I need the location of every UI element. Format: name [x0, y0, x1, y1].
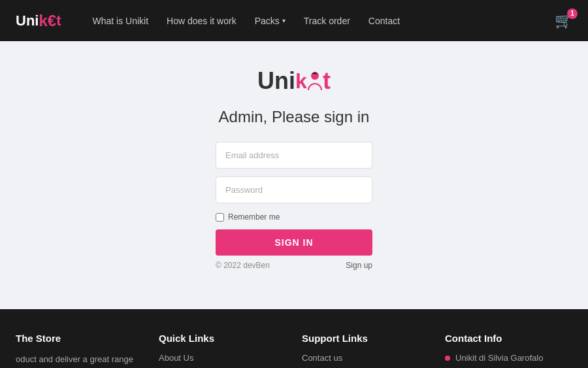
- footer-support-links: Support Links Contact us: [302, 333, 429, 368]
- nav-contact[interactable]: Contact: [368, 16, 400, 26]
- logo-text-uni: Uni: [16, 12, 39, 29]
- center-logo-t: t: [323, 67, 331, 95]
- logo-text-kit: t: [56, 12, 61, 29]
- footer-contact-info: Contact Info Unikit di Silvia Garofalo: [445, 333, 572, 368]
- signup-link[interactable]: Sign up: [346, 261, 372, 270]
- remember-me-checkbox[interactable]: [216, 213, 224, 222]
- footer-store-text: oduct and deliver a great range: [16, 353, 143, 367]
- nav-what-is-unikit[interactable]: What is Unikit: [92, 16, 148, 26]
- logo-icon: k€: [39, 12, 56, 30]
- contact-dot-icon: [445, 356, 450, 361]
- remember-me-label[interactable]: Remember me: [216, 212, 372, 222]
- footer-about-us-link[interactable]: About Us: [159, 353, 286, 363]
- form-footer: © 2022 devBen Sign up: [216, 261, 372, 270]
- center-logo: Unik t: [257, 67, 331, 95]
- cart-badge: 1: [567, 8, 578, 19]
- svg-point-1: [314, 73, 316, 75]
- footer-quick-links-heading: Quick Links: [159, 333, 286, 344]
- signin-form: Remember me SIGN IN: [216, 142, 372, 256]
- main-content: Unik t Admin, Please sign in Remember me…: [0, 41, 588, 309]
- center-logo-icon: k: [295, 71, 307, 92]
- remember-me-text: Remember me: [228, 212, 280, 222]
- password-input[interactable]: [216, 176, 372, 203]
- nav-packs[interactable]: Packs ▾: [255, 16, 286, 26]
- signin-title: Admin, Please sign in: [219, 108, 370, 126]
- nav-cart[interactable]: 🛒 1: [555, 12, 572, 29]
- navbar: Unik€t What is Unikit How does it work P…: [0, 0, 588, 41]
- footer-contact-us-link[interactable]: Contact us: [302, 353, 429, 363]
- footer-quick-links: Quick Links About Us: [159, 333, 286, 368]
- nav-track-order[interactable]: Track order: [304, 16, 350, 26]
- footer-contact-info-heading: Contact Info: [445, 333, 572, 344]
- footer-support-links-heading: Support Links: [302, 333, 429, 344]
- chevron-down-icon: ▾: [282, 17, 286, 24]
- center-logo-person-icon: [308, 71, 322, 92]
- footer-store: The Store oduct and deliver a great rang…: [16, 333, 143, 368]
- signin-button[interactable]: SIGN IN: [216, 229, 372, 256]
- footer: The Store oduct and deliver a great rang…: [0, 309, 588, 368]
- nav-packs-label: Packs: [255, 16, 280, 26]
- center-logo-uni: Uni: [257, 67, 295, 95]
- copyright-text: © 2022 devBen: [216, 261, 270, 270]
- footer-store-heading: The Store: [16, 333, 143, 344]
- email-input[interactable]: [216, 142, 372, 169]
- navbar-logo[interactable]: Unik€t: [16, 12, 61, 30]
- nav-links: What is Unikit How does it work Packs ▾ …: [92, 16, 534, 26]
- contact-item-label: Unikit di Silvia Garofalo: [455, 353, 543, 363]
- contact-item-unikit: Unikit di Silvia Garofalo: [445, 353, 572, 363]
- nav-how-it-works[interactable]: How does it work: [167, 16, 237, 26]
